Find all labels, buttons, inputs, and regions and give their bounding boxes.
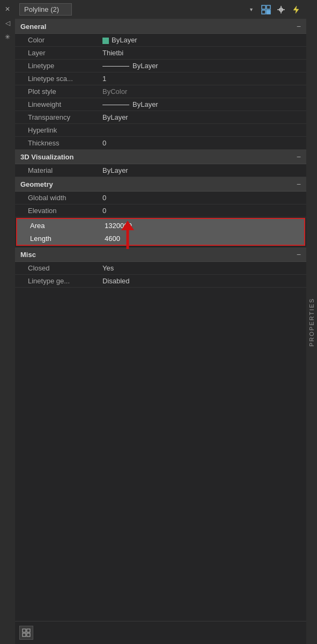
settings-icon[interactable]: ✳ [2,31,13,43]
prop-value-color[interactable]: ByLayer [98,34,306,46]
right-label-panel: PROPERTIES [306,0,317,644]
prop-value-transparency[interactable]: ByLayer [98,111,306,123]
svg-marker-7 [293,6,299,13]
general-properties: Color ByLayer Layer Thietbi Linetype ByL… [15,34,306,150]
property-row-plot-style: Plot style ByColor [15,85,306,98]
svg-rect-10 [23,629,26,632]
prop-label-linetype-scale: Linetype sca... [15,72,98,85]
general-section-title: General [20,23,46,31]
visualization-collapse-icon: − [297,152,301,161]
misc-section-header[interactable]: Misc − [15,247,306,262]
property-row-area: Area 1320000 [17,219,304,232]
main-panel: Polyline (2) General [15,0,306,644]
prop-label-thickness: Thickness [15,137,98,149]
color-swatch [102,38,109,44]
object-dropdown-wrapper: Polyline (2) [19,3,257,16]
property-row-transparency: Transparency ByLayer [15,111,306,124]
misc-properties: Closed Yes Linetype ge... Disabled [15,262,306,288]
geometry-collapse-icon: − [297,180,301,188]
geometry-properties: Global width 0 Elevation 0 Area 1320000 … [15,192,306,246]
prop-value-layer[interactable]: Thietbi [98,47,306,59]
prop-label-global-width: Global width [15,192,98,204]
spacer [15,288,306,621]
prop-value-length[interactable]: 4600 [100,232,304,245]
prop-value-elevation[interactable]: 0 [98,204,306,217]
property-row-global-width: Global width 0 [15,192,306,204]
property-row-hyperlink: Hyperlink [15,124,306,137]
crosshair-icon[interactable] [275,4,287,16]
prop-value-closed[interactable]: Yes [98,262,306,274]
bottom-bar [15,621,306,644]
prop-label-plot-style: Plot style [15,85,98,98]
property-row-linetype: Linetype ByLayer [15,60,306,72]
prop-value-material[interactable]: ByLayer [98,164,306,177]
bottom-icon-button[interactable] [19,626,33,640]
prop-label-color: Color [15,34,98,46]
prop-value-lineweight[interactable]: ByLayer [98,98,306,111]
prop-value-linetype-gen[interactable]: Disabled [98,275,306,287]
general-collapse-icon: − [297,22,301,31]
svg-rect-13 [27,633,30,636]
svg-rect-1 [267,5,270,9]
prop-label-linetype-gen: Linetype ge... [15,275,98,287]
prop-label-material: Material [15,164,98,177]
prop-label-elevation: Elevation [15,204,98,217]
property-row-closed: Closed Yes [15,262,306,275]
prop-label-transparency: Transparency [15,111,98,123]
lineweight-line [102,105,129,105]
prop-value-linetype[interactable]: ByLayer [98,60,306,72]
prop-value-global-width[interactable]: 0 [98,192,306,204]
prop-value-plot-style[interactable]: ByColor [98,85,306,98]
object-dropdown[interactable]: Polyline (2) [19,3,72,16]
prop-label-closed: Closed [15,262,98,274]
property-row-elevation: Elevation 0 [15,204,306,217]
prop-label-layer: Layer [15,47,98,59]
misc-collapse-icon: − [297,250,301,259]
property-row-length: Length 4600 [17,232,304,245]
close-icon[interactable]: ✕ [2,3,13,15]
property-row-layer: Layer Thietbi [15,47,306,60]
svg-rect-3 [267,10,270,14]
top-bar: Polyline (2) [15,0,306,19]
prop-label-linetype: Linetype [15,60,98,72]
svg-rect-0 [262,5,266,9]
lightning-icon[interactable] [290,4,302,16]
prop-label-area: Area [17,219,100,232]
prop-value-hyperlink[interactable] [98,128,306,133]
left-sidebar: ✕ ◁ ✳ [0,0,15,644]
property-row-lineweight: Lineweight ByLayer [15,98,306,111]
prop-value-linetype-scale[interactable]: 1 [98,72,306,85]
property-row-thickness: Thickness 0 [15,137,306,150]
pin-icon[interactable]: ◁ [2,17,13,29]
prop-label-hyperlink: Hyperlink [15,124,98,136]
misc-section-title: Misc [20,251,36,259]
visualization-section-title: 3D Visualization [20,153,73,161]
prop-label-length: Length [17,232,100,245]
prop-value-area[interactable]: 1320000 [100,219,304,232]
general-section-header[interactable]: General − [15,19,306,34]
property-row-linetype-gen: Linetype ge... Disabled [15,275,306,288]
svg-rect-12 [23,633,26,636]
visualization-section-header[interactable]: 3D Visualization − [15,150,306,164]
prop-value-thickness[interactable]: 0 [98,137,306,149]
svg-rect-2 [262,10,266,14]
property-row-color: Color ByLayer [15,34,306,47]
visualization-properties: Material ByLayer [15,164,306,177]
properties-label: PROPERTIES [308,298,315,347]
svg-rect-11 [27,629,30,632]
highlight-box: Area 1320000 Length 4600 [16,218,305,246]
prop-label-lineweight: Lineweight [15,98,98,111]
property-row-material: Material ByLayer [15,164,306,177]
property-row-linetype-scale: Linetype sca... 1 [15,72,306,85]
geometry-section-title: Geometry [20,180,53,188]
linetype-line [102,66,129,67]
add-object-icon[interactable] [260,4,272,16]
geometry-section-header[interactable]: Geometry − [15,177,306,192]
